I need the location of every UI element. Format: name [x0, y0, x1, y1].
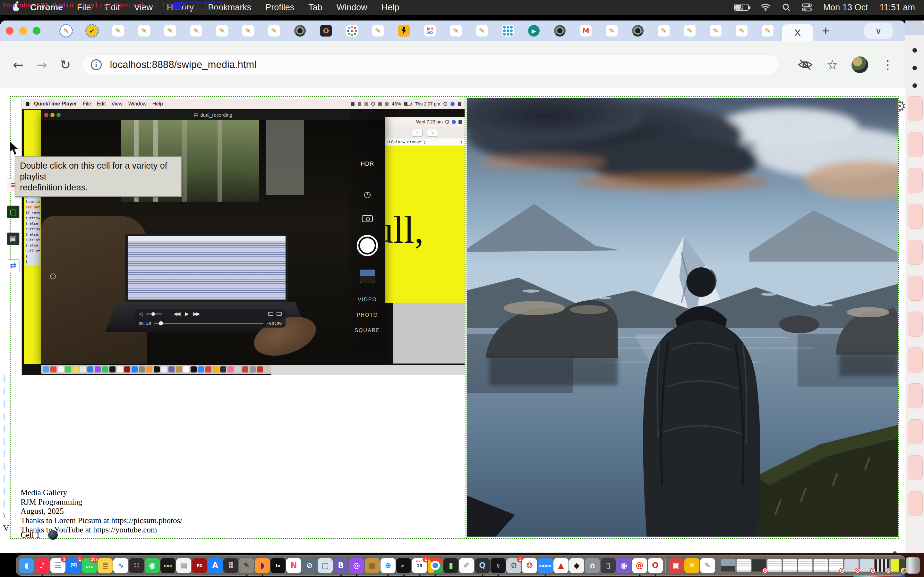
dock-item-finder[interactable]: ◖	[19, 558, 34, 573]
play-button[interactable]: ▶	[185, 311, 188, 317]
pinned-tab-2-pen-check[interactable]	[79, 21, 105, 41]
menu-item-profiles[interactable]: Profiles	[265, 3, 294, 13]
photo-thumbnail[interactable]	[360, 269, 375, 283]
dock-item-weather-wave[interactable]: ∿	[113, 558, 128, 573]
playlist-button-the-wrecking-crew-a-v[interactable]: The Wrecking CrewA-V	[273, 553, 391, 553]
dock-item-quicktime[interactable]: Q	[475, 558, 490, 573]
battery-icon[interactable]	[734, 4, 749, 11]
dock-item-art-palette[interactable]: ❂	[522, 558, 537, 573]
pinned-tab-25-pen[interactable]	[677, 21, 703, 41]
pinned-tab-27-pen[interactable]	[729, 21, 755, 41]
dock-item-calendar[interactable]: 13OCT1	[412, 558, 427, 573]
control-center-icon[interactable]	[802, 3, 812, 11]
minimized-window-thumb[interactable]	[813, 559, 828, 572]
url-text[interactable]: localhost:8888/swipe_media.html	[110, 59, 257, 71]
pinned-tab-9-pen[interactable]	[261, 21, 287, 41]
pinned-tab-18-dots-grid[interactable]	[495, 21, 521, 41]
hdr-label[interactable]: HDR	[350, 161, 385, 167]
dock-item-settings[interactable]: ⚙1	[506, 558, 521, 573]
dock-item-reminders[interactable]: ☰3	[50, 558, 65, 573]
address-bar[interactable]: i localhost:8888/swipe_media.html	[82, 55, 779, 75]
minimized-window-thumb[interactable]	[736, 559, 751, 572]
tv-screen-icon[interactable]: ▢	[7, 206, 19, 218]
dock-item-facetime[interactable]: ◉	[145, 558, 160, 573]
dock-item-notes-2[interactable]: ✎	[700, 558, 715, 573]
dock-item-gold-app[interactable]: ▦	[365, 558, 380, 573]
dock-item-launchpad[interactable]: ∷	[129, 558, 144, 573]
download-button[interactable]: ↓	[427, 129, 438, 137]
dock-item-photo-booth[interactable]: ▣	[669, 558, 684, 573]
pinned-tab-13-pen[interactable]	[365, 21, 391, 41]
camera-mode-video[interactable]: VIDEO	[350, 297, 385, 303]
rewind-button[interactable]: ◀◀	[174, 311, 180, 317]
dock-item-apple-tv[interactable]: tv	[270, 558, 286, 573]
dock-item-podcasts[interactable]: ◎	[349, 558, 364, 573]
add-button[interactable]: +	[460, 140, 465, 144]
pinned-tab-20-chrome-dark[interactable]	[547, 21, 573, 41]
forward-button[interactable]: →	[37, 57, 47, 72]
menu-item-help[interactable]: Help	[381, 3, 399, 13]
minimized-window-thumb[interactable]	[767, 559, 782, 572]
window-close-button[interactable]	[6, 27, 13, 35]
dock-item-preview[interactable]: ▢	[318, 558, 333, 573]
new-tab-button[interactable]: +	[822, 24, 829, 38]
dock-item-terminal[interactable]: >_	[396, 558, 411, 573]
window-zoom-button[interactable]	[33, 27, 40, 35]
profile-avatar[interactable]	[851, 56, 868, 73]
dock-item-notes[interactable]: ≣	[97, 558, 113, 573]
dock-item-bbedit[interactable]: B	[333, 558, 349, 573]
dock-item-mail[interactable]: ✉1	[66, 558, 81, 573]
pinned-tab-14-sbs[interactable]	[391, 21, 417, 41]
dock-item-safari[interactable]: ⊕	[381, 558, 396, 573]
pinned-tab-7-pen[interactable]	[209, 21, 235, 41]
minimized-window-thumb[interactable]: O	[752, 559, 766, 572]
dock-item-tips[interactable]: ☀	[684, 558, 699, 573]
pinned-tab-10-chrome-dark[interactable]	[287, 21, 313, 41]
minimized-window-thumb[interactable]	[798, 559, 813, 572]
dock-item-app-store[interactable]: A	[208, 558, 223, 573]
quicktime-screenshot-cell[interactable]: QuickTime Player FileEditViewWindowHelp …	[22, 99, 465, 375]
dock-item-gimp[interactable]: ✎	[239, 558, 254, 573]
volume-slider[interactable]	[145, 314, 162, 314]
playlist-button-the-wrecking-crew-a+v[interactable]: The Wrecking CrewA+V	[148, 553, 268, 553]
pinned-tab-12-dots-ring[interactable]	[339, 21, 365, 41]
pinned-tab-17-pen[interactable]	[469, 21, 495, 41]
search-icon[interactable]	[782, 3, 790, 11]
dock-item-chrome[interactable]	[428, 558, 443, 573]
video-scrubber[interactable]: ◁ ◀◀ ▶ ▶▶ 00:50 -00:00	[135, 309, 286, 327]
dock-item-music[interactable]: ♪	[35, 558, 50, 573]
window-minimize-button[interactable]	[19, 27, 27, 35]
dock-item-map-triangle[interactable]: ▲	[553, 558, 569, 573]
dock-item-firefox[interactable]: ◗	[255, 558, 270, 573]
camera-mode-square[interactable]: SQUARE	[350, 327, 385, 334]
dock-item-swirl-app[interactable]: @	[632, 558, 647, 573]
globe-icon[interactable]	[48, 530, 58, 540]
pinned-tab-22-pen[interactable]	[599, 21, 625, 41]
password-eye-slash-icon[interactable]	[798, 59, 813, 71]
playlist-button-disco-a-v[interactable]: DiscoA-V	[83, 553, 142, 553]
dock-item-panda-app[interactable]: ◉	[616, 558, 632, 573]
pinned-tab-4-pen[interactable]	[131, 21, 157, 41]
dock-item-zoom[interactable]: zoom	[538, 558, 553, 573]
dock-item-document[interactable]: ▤	[176, 558, 191, 573]
seek-bar[interactable]	[154, 323, 263, 324]
fast-forward-button[interactable]: ▶▶	[193, 311, 199, 317]
shutter-button[interactable]	[357, 235, 378, 256]
pinned-tab-23-chrome-dark[interactable]	[625, 21, 651, 41]
pinned-tab-1-pen-dashed[interactable]	[53, 21, 79, 41]
flip-camera-icon[interactable]	[362, 215, 373, 222]
pinned-tab-21-gmail[interactable]	[573, 21, 599, 41]
menu-bar-date[interactable]: Mon 13 Oct	[823, 3, 868, 13]
pinned-tab-5-pen[interactable]	[157, 21, 183, 41]
wifi-icon[interactable]	[760, 3, 771, 11]
shuffle-icon[interactable]: ⇄	[7, 259, 19, 272]
minimized-window-thumb[interactable]	[782, 559, 797, 572]
browser-menu-icon[interactable]: ⋮	[882, 58, 894, 72]
pinned-tab-19-play[interactable]	[521, 21, 547, 41]
dock-item-exec[interactable]: exe	[160, 558, 176, 573]
playlist-button-yacht-rock-a+v[interactable]: Yacht RockA+V	[397, 553, 481, 553]
settings-gear-icon[interactable]: ⚙	[893, 97, 905, 115]
save-disk-icon[interactable]: ▣	[7, 233, 19, 245]
dock-item-opera[interactable]: O	[648, 558, 663, 573]
dock-item-messages[interactable]: …207	[82, 558, 97, 573]
